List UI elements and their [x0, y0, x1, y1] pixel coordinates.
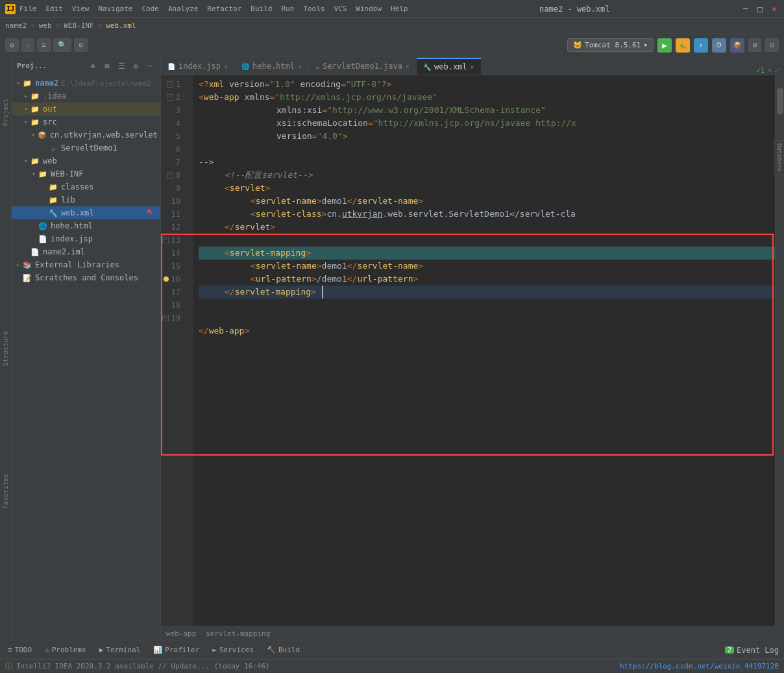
database-tab[interactable]: Database	[774, 140, 784, 175]
menu-build[interactable]: Build	[251, 5, 272, 13]
tab-terminal[interactable]: ▶ Terminal	[97, 646, 143, 654]
csdn-link[interactable]: https://blog.csdn.net/weixin_44197120	[620, 662, 779, 670]
tab-close-indexjsp[interactable]: ×	[224, 63, 228, 70]
path-webinf[interactable]: WEB-INF	[64, 21, 93, 30]
tab-todo[interactable]: ≡ TODO	[5, 646, 34, 654]
breadcrumb-servletmapping[interactable]: servlet-mapping	[206, 630, 270, 638]
tree-item-src[interactable]: ▾ 📁 src	[12, 116, 160, 128]
project-tab-label: Proj...	[17, 62, 47, 70]
menu-help[interactable]: Help	[391, 5, 408, 13]
maximize-button[interactable]: □	[755, 5, 765, 14]
tab-problems[interactable]: ⚠ Problems	[42, 646, 89, 654]
coverage-button[interactable]: ⚡	[694, 38, 708, 53]
code-line-13: <servlet-mapping>	[199, 247, 779, 260]
bookmark-btn[interactable]: ☆	[21, 38, 35, 52]
project-sync-btn[interactable]: ⚙	[5, 38, 19, 52]
run-button[interactable]: ▶	[657, 38, 672, 53]
line-4: 4	[161, 117, 187, 130]
breadcrumb-bar: web-app › servlet-mapping	[161, 626, 784, 641]
tree-icon-webxml: 🔧	[48, 208, 58, 218]
project-hide-btn[interactable]: ─	[145, 61, 155, 71]
settings-btn[interactable]: ⚙	[74, 38, 88, 52]
tree-item-name2iml[interactable]: 📄 name2.iml	[12, 245, 160, 258]
code-content[interactable]: <?xml version="1.0" encoding="UTF-8"?> <…	[193, 75, 784, 626]
toolbar: ⚙ ☆ ≡ 🔍 ⚙ 🐱 Tomcat 8.5.61 ▾ ▶ 🐛 ⚡ ⏱ 📦 ⊞ …	[0, 34, 784, 57]
breadcrumb-webapp[interactable]: web-app	[166, 630, 196, 638]
find-btn[interactable]: 🔍	[53, 38, 71, 52]
tab-hehehtml[interactable]: 🌐 hehe.html ×	[235, 58, 309, 75]
profile-button[interactable]: ⏱	[712, 38, 726, 53]
favorites-strip-label[interactable]: Favorites	[2, 471, 9, 511]
path-name2[interactable]: name2	[5, 21, 27, 30]
menu-edit[interactable]: Edit	[46, 5, 64, 13]
menu-file[interactable]: File	[19, 5, 37, 13]
maximize-editor-icon[interactable]: ⤢	[774, 66, 780, 75]
tab-services[interactable]: ► Services	[210, 646, 256, 654]
close-button[interactable]: ×	[770, 5, 779, 14]
layout-btn[interactable]: ⊞	[748, 38, 762, 52]
debug-button[interactable]: 🐛	[676, 38, 690, 53]
tree-item-idea[interactable]: ▸ 📁 .idea	[12, 90, 160, 103]
scrollbar-track[interactable]: Database	[775, 75, 784, 626]
todo-label: TODO	[15, 646, 32, 654]
code-area: ─ 1 ─ 2 3 4 5 6 7 ─ 8 9 10 11 12	[161, 75, 784, 626]
tree-item-web[interactable]: ▾ 📁 web	[12, 154, 160, 167]
path-web[interactable]: web	[39, 21, 52, 30]
tree-item-name2[interactable]: ▾ 📁 name2 E:\IdeaProjects\name2	[12, 77, 160, 90]
fold-2[interactable]: ─	[167, 94, 173, 101]
tab-close-servletdemo1[interactable]: ×	[406, 63, 410, 70]
menu-refactor[interactable]: Refactor	[207, 5, 241, 13]
deploy-button[interactable]: 📦	[730, 38, 744, 53]
project-add-btn[interactable]: ⊕	[88, 61, 98, 71]
tree-item-extlibs[interactable]: ▸ 📚 External Libraries	[12, 258, 160, 271]
tree-item-indexjsp[interactable]: 📄 index.jsp	[12, 232, 160, 245]
menu-code[interactable]: Code	[141, 5, 159, 13]
tree-item-webxml[interactable]: 🔧 web.xml ➜	[12, 206, 160, 219]
tab-servletdemo1[interactable]: ☕ ServletDemo1.java ×	[309, 58, 417, 75]
tree-item-hehehtml[interactable]: 🌐 hehe.html	[12, 219, 160, 232]
project-settings-btn[interactable]: ⚙	[130, 61, 141, 71]
tree-item-lib[interactable]: 📁 lib	[12, 193, 160, 206]
code-line-17	[199, 299, 779, 312]
code-line-2: <web-app xmlns="http://xmlns.jcp.org/ns/…	[199, 91, 779, 104]
tomcat-selector[interactable]: 🐱 Tomcat 8.5.61 ▾	[567, 38, 654, 52]
project-locate-btn[interactable]: ⊞	[102, 61, 112, 71]
tree-item-servletdemo1[interactable]: ☕ ServeltDemo1	[12, 141, 160, 154]
fold-13[interactable]: ─	[162, 237, 169, 243]
path-webxml[interactable]: web.xml	[106, 21, 136, 30]
tree-item-scratches[interactable]: 📝 Scratches and Consoles	[12, 271, 160, 284]
fold-8[interactable]: ─	[167, 172, 173, 178]
structure-strip-label[interactable]: Structure	[2, 328, 9, 369]
menu-window[interactable]: Window	[356, 5, 382, 13]
tab-indexjsp[interactable]: 📄 index.jsp ×	[161, 58, 235, 75]
menu-view[interactable]: View	[72, 5, 90, 13]
tab-build[interactable]: 🔨 Build	[264, 646, 302, 654]
code-line-9: <servlet-name>demo1</servlet-name>	[199, 195, 779, 208]
fold-19[interactable]: ─	[162, 315, 169, 321]
tree-item-out[interactable]: ▾ 📁 out	[12, 103, 160, 116]
tree-item-package[interactable]: ▾ 📦 cn.utkvrjan.web.servlet	[12, 128, 160, 141]
window-controls: ─ □ ×	[741, 5, 779, 14]
menu-run[interactable]: Run	[281, 5, 294, 13]
project-strip-label[interactable]: Project	[2, 96, 9, 128]
menu-navigate[interactable]: Navigate	[99, 5, 133, 13]
scrollbar-thumb[interactable]	[777, 88, 783, 114]
menu-vcs[interactable]: VCS	[334, 5, 347, 13]
tree-item-classes[interactable]: 📁 classes	[12, 180, 160, 193]
tree-icon-src: 📁	[30, 117, 40, 127]
fold-1[interactable]: ─	[167, 81, 173, 88]
tree-item-webinf[interactable]: ▾ 📁 WEB-INF	[12, 167, 160, 180]
minimize-button[interactable]: ─	[741, 5, 750, 14]
layout2-btn[interactable]: ⊟	[765, 38, 779, 52]
tab-close-webxml[interactable]: ×	[471, 64, 474, 71]
structure-btn[interactable]: ≡	[37, 38, 51, 52]
tab-webxml[interactable]: 🔧 web.xml ×	[417, 58, 482, 75]
project-expand-btn[interactable]: ☰	[116, 61, 127, 71]
event-log-label[interactable]: Event Log	[737, 646, 779, 655]
tab-profiler[interactable]: 📊 Profiler	[151, 646, 202, 654]
menu-tools[interactable]: Tools	[303, 5, 325, 13]
tab-close-hehehtml[interactable]: ×	[298, 63, 302, 70]
menu-analyze[interactable]: Analyze	[168, 5, 198, 13]
expand-icon[interactable]: ▾	[767, 66, 772, 75]
code-line-16: </servlet-mapping>	[199, 286, 779, 299]
